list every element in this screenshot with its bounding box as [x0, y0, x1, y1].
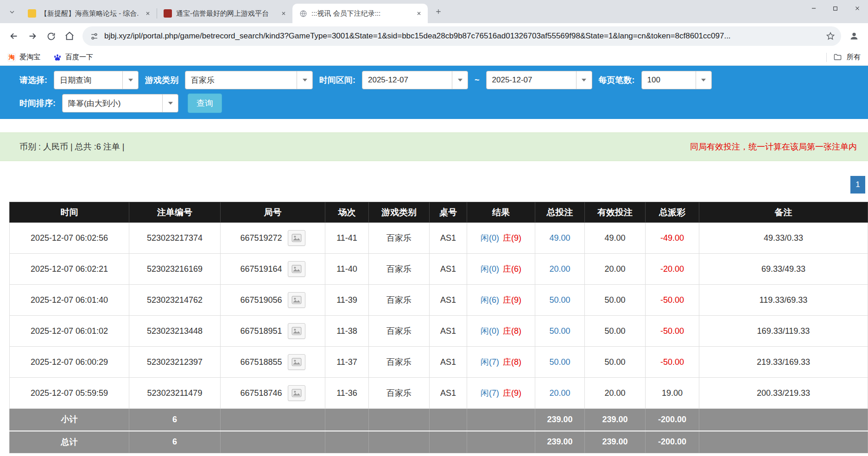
round-text: 667518746: [240, 388, 282, 398]
cell-time: 2025-12-07 06:00:29: [10, 347, 129, 378]
result-banker-text: 庄(8): [503, 326, 521, 336]
cell-total-bet[interactable]: 50.00: [535, 347, 585, 378]
date-from-input[interactable]: 2025-12-07: [362, 71, 468, 89]
table-row: 2025-12-07 05:59:59 523023211479 6675187…: [10, 378, 868, 409]
cell-total-bet[interactable]: 49.00: [535, 223, 585, 254]
home-button[interactable]: [60, 27, 79, 45]
round-result-image-button[interactable]: [288, 230, 305, 246]
result-banker-text: 庄(9): [503, 388, 521, 398]
total-bet-link[interactable]: 50.00: [549, 357, 570, 367]
table-no-text: AS1: [440, 295, 456, 305]
folder-icon: [833, 53, 842, 62]
time-text: 2025-12-07 06:01:40: [31, 295, 108, 305]
close-button[interactable]: [846, 0, 868, 17]
back-button[interactable]: [5, 27, 23, 45]
total-bet-link[interactable]: 50.00: [549, 326, 570, 336]
cell-valid-bet: 20.00: [585, 254, 646, 285]
cell-valid-bet: 20.00: [585, 378, 646, 409]
total-payout: -200.00: [646, 431, 699, 453]
tab-3-active[interactable]: :::视讯 会员下注纪录:::: [292, 4, 428, 23]
summary-bar: 币别 : 人民币 | 总共 :6 注单 | 同局有效投注，统一计算在该局第一张注…: [0, 132, 868, 161]
payout-text: -49.00: [660, 233, 684, 243]
total-bet-link[interactable]: 50.00: [549, 295, 570, 305]
search-button[interactable]: 查询: [188, 94, 222, 113]
game-type-text: 百家乐: [386, 295, 412, 305]
bookmark-taobao-label: 爱淘宝: [19, 53, 40, 62]
round-result-image-button[interactable]: [288, 354, 305, 370]
bookmark-baidu[interactable]: 百度一下: [53, 53, 93, 62]
query-type-select[interactable]: 日期查询: [54, 71, 139, 89]
date-to-input[interactable]: 2025-12-07: [486, 71, 592, 89]
cell-round: 667518746: [221, 378, 325, 409]
sort-order-select[interactable]: 降幂(由大到小): [62, 94, 178, 112]
table-header: 时间 注单编号 局号 场次 游戏类别 桌号 结果 总投注 有效投注 总派彩 备注: [10, 202, 868, 223]
total-total-bet: 239.00: [535, 431, 585, 453]
cell-table-no: AS1: [430, 223, 467, 254]
all-bookmarks-folder[interactable]: 所有: [826, 53, 861, 62]
forward-button[interactable]: [23, 27, 42, 45]
bookmark-taobao[interactable]: 淘 爱淘宝: [7, 53, 40, 62]
cell-payout: -49.00: [646, 223, 699, 254]
total-bet-link[interactable]: 49.00: [549, 233, 570, 243]
site-info-icon[interactable]: [90, 32, 99, 41]
cell-time: 2025-12-07 05:59:59: [10, 378, 129, 409]
tab-search-button[interactable]: [5, 5, 19, 19]
cell-payout: -20.00: [646, 254, 699, 285]
reload-button[interactable]: [42, 27, 60, 45]
tab-3-close-icon[interactable]: [414, 8, 424, 19]
subtotal-row: 小计 6 239.00 239.00 -200.00: [10, 409, 868, 431]
cell-total-bet[interactable]: 50.00: [535, 316, 585, 347]
game-type-select[interactable]: 百家乐: [185, 71, 313, 89]
image-icon: [291, 296, 302, 304]
pagination-page-1[interactable]: 1: [850, 176, 865, 194]
time-text: 2025-12-07 06:01:02: [31, 326, 108, 336]
chevron-down-icon: [696, 71, 711, 89]
result-player-text: 闲(6): [481, 295, 499, 305]
tab-3-title: :::视讯 会员下注纪录:::: [311, 9, 410, 18]
result-banker-text: 庄(8): [503, 357, 521, 367]
date-range-separator: ~: [475, 75, 480, 85]
total-bet-link[interactable]: 20.00: [549, 264, 570, 274]
cell-valid-bet: 49.00: [585, 223, 646, 254]
tab-2-close-icon[interactable]: [279, 8, 289, 19]
round-result-image-button[interactable]: [288, 292, 305, 308]
new-tab-button[interactable]: [431, 5, 445, 19]
cell-total-bet[interactable]: 50.00: [535, 285, 585, 316]
round-result-image-button[interactable]: [288, 385, 305, 401]
maximize-button[interactable]: [824, 0, 846, 17]
total-bet-link[interactable]: 20.00: [549, 388, 570, 398]
minimize-button[interactable]: [803, 0, 824, 17]
cell-total-bet[interactable]: 20.00: [535, 378, 585, 409]
col-note: 备注: [699, 202, 868, 223]
tab-2[interactable]: 通宝-信誉最好的网上游戏平台: [157, 4, 292, 23]
valid-bet-text: 50.00: [604, 295, 625, 305]
result-banker-text: 庄(9): [503, 233, 521, 243]
cell-session: 11-37: [325, 347, 369, 378]
table-row: 2025-12-07 06:00:29 523023212397 6675188…: [10, 347, 868, 378]
tab-1-close-icon[interactable]: [143, 8, 153, 19]
game-type-value: 百家乐: [185, 75, 297, 86]
payout-text: -50.00: [660, 357, 684, 367]
note-text: 119.33/69.33: [760, 295, 808, 305]
round-result-image-button[interactable]: [288, 323, 305, 339]
plus-icon: [435, 8, 442, 15]
round-result-image-button[interactable]: [288, 261, 305, 277]
cell-total-bet[interactable]: 20.00: [535, 254, 585, 285]
cell-session: 11-39: [325, 285, 369, 316]
tab-2-title: 通宝-信誉最好的网上游戏平台: [176, 9, 274, 18]
cell-time: 2025-12-07 06:02:21: [10, 254, 129, 285]
round-text: 667519056: [240, 295, 282, 305]
profile-button[interactable]: [845, 27, 863, 45]
result-player-text: 闲(0): [481, 326, 499, 336]
bet-id-text: 523023212397: [147, 357, 203, 367]
page-size-select[interactable]: 100: [641, 71, 712, 89]
cell-valid-bet: 50.00: [585, 285, 646, 316]
round-text: 667518855: [240, 357, 282, 367]
payout-text: -20.00: [660, 264, 684, 274]
address-bar[interactable]: bjbj.xyz/ipl/portal.php/game/betrecord_s…: [82, 26, 841, 46]
bookmark-star-icon[interactable]: [823, 28, 838, 44]
tab-1[interactable]: 【新提醒】海燕策略论坛 - 综合...: [21, 4, 157, 23]
cell-session: 11-41: [325, 223, 369, 254]
game-type-text: 百家乐: [386, 264, 412, 274]
time-text: 2025-12-07 06:02:21: [31, 264, 108, 274]
